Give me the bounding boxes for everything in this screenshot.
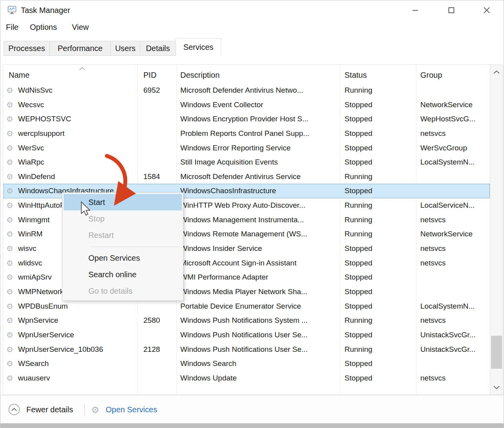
- service-status: Stopped: [345, 241, 372, 256]
- vertical-scrollbar[interactable]: [490, 65, 503, 395]
- service-description: Windows Push Notifications User Se...: [180, 328, 308, 342]
- service-status: Stopped: [345, 328, 372, 342]
- maximize-button[interactable]: [442, 2, 461, 18]
- service-row[interactable]: ⚙WecsvcWindows Event CollectorStoppedNet…: [4, 98, 490, 112]
- service-group: LocalServiceN...: [420, 198, 475, 213]
- tab-services[interactable]: Services: [176, 38, 221, 56]
- service-row[interactable]: ⚙wuauservWindows UpdateStoppednetsvcs: [4, 371, 490, 386]
- service-icon: ⚙: [6, 213, 13, 227]
- scrollbar-thumb[interactable]: [491, 336, 502, 369]
- service-description: WindowsChaosInfrastructure: [180, 184, 276, 198]
- service-status: Stopped: [345, 141, 372, 155]
- service-description: WMI Performance Adapter: [180, 270, 268, 285]
- service-description: Windows Update: [180, 371, 237, 386]
- service-status: Stopped: [345, 112, 372, 126]
- context-menu-restart: Restart: [62, 227, 183, 243]
- service-name: WpnUserService_10b036: [18, 342, 103, 357]
- service-group: netsvcs: [420, 126, 445, 141]
- column-header-pid[interactable]: PID: [143, 65, 156, 83]
- menu-file[interactable]: File: [6, 23, 18, 32]
- service-group: WepHostSvcG...: [420, 112, 475, 126]
- column-header-description[interactable]: Description: [180, 65, 220, 83]
- service-row[interactable]: ⚙WpnUserService_10b0362128Windows Push N…: [4, 342, 490, 357]
- open-services-link[interactable]: Open Services: [106, 395, 157, 424]
- menu-view[interactable]: View: [72, 23, 89, 32]
- context-menu-search-online[interactable]: Search online: [62, 266, 183, 283]
- service-icon: ⚙: [6, 256, 13, 271]
- table-header: Name PID Description Status Group: [3, 65, 490, 83]
- service-group: LocalSystemN...: [420, 155, 475, 170]
- service-icon: ⚙: [6, 198, 13, 213]
- service-row[interactable]: ⚙WPDBusEnumPortable Device Enumerator Se…: [4, 299, 490, 314]
- task-manager-icon: [7, 5, 17, 15]
- context-menu-go-to-details: Go to details: [62, 283, 183, 299]
- service-icon: ⚙: [6, 313, 13, 328]
- tab-details[interactable]: Details: [140, 41, 176, 56]
- menu-bar: File Options View: [0, 22, 504, 36]
- service-name: WdNisSvc: [18, 83, 53, 98]
- service-description: Still Image Acquisition Events: [180, 155, 278, 170]
- column-header-name[interactable]: Name: [9, 65, 29, 83]
- service-icon: ⚙: [6, 357, 13, 371]
- scroll-up-button[interactable]: [490, 65, 503, 79]
- sort-ascending-icon: [78, 66, 86, 71]
- service-row[interactable]: ⚙WdNisSvc6952Microsoft Defender Antiviru…: [4, 83, 490, 98]
- service-group: netsvcs: [420, 256, 445, 271]
- service-group: netsvcs: [420, 313, 445, 328]
- service-row[interactable]: ⚙WpnUserServiceWindows Push Notification…: [4, 328, 490, 342]
- service-row[interactable]: ⚙WiaRpcStill Image Acquisition EventsSto…: [4, 155, 490, 170]
- column-header-status[interactable]: Status: [345, 65, 367, 83]
- service-description: Windows Management Instrumenta...: [180, 213, 304, 227]
- column-header-group[interactable]: Group: [420, 65, 442, 83]
- service-description: Windows Push Notifications User Se...: [180, 342, 308, 357]
- tab-processes[interactable]: Processes: [4, 41, 50, 56]
- service-status: Stopped: [345, 357, 372, 371]
- service-status: Running: [345, 313, 372, 328]
- service-pid: 2580: [143, 313, 160, 328]
- service-name: WinRM: [18, 227, 42, 241]
- context-menu: Start Stop Restart Open Services Search …: [62, 192, 183, 301]
- close-button[interactable]: [477, 2, 496, 18]
- service-icon: ⚙: [6, 270, 13, 285]
- service-icon: ⚙: [6, 98, 13, 112]
- service-description: WinHTTP Web Proxy Auto-Discover...: [180, 198, 305, 213]
- chevron-up-icon: [493, 70, 500, 74]
- service-row[interactable]: ⚙wercplsupportProblem Reports Control Pa…: [4, 126, 490, 141]
- service-status: Running: [345, 170, 372, 184]
- service-row[interactable]: ⚙WerSvcWindows Error Reporting ServiceSt…: [4, 141, 490, 155]
- minimize-button[interactable]: [406, 2, 425, 18]
- service-pid: 6952: [143, 83, 160, 98]
- collapse-circle-icon: [8, 403, 20, 416]
- menu-options[interactable]: Options: [30, 23, 57, 32]
- service-row[interactable]: ⚙WinDefend1584Microsoft Defender Antivir…: [4, 170, 490, 184]
- service-status: Stopped: [345, 270, 372, 285]
- scroll-down-button[interactable]: [490, 380, 503, 395]
- service-icon: ⚙: [6, 299, 13, 314]
- service-status: Stopped: [345, 285, 372, 299]
- service-description: Microsoft Account Sign-in Assistant: [180, 256, 297, 271]
- service-description: Problem Reports Control Panel Supp...: [180, 126, 309, 141]
- service-icon: ⚙: [6, 285, 13, 299]
- service-description: Windows Search: [180, 357, 236, 371]
- service-group: netsvcs: [420, 213, 445, 227]
- service-row[interactable]: ⚙WSearchWindows SearchStopped: [4, 357, 490, 371]
- service-group: UnistackSvcGr...: [420, 328, 475, 342]
- context-menu-open-services[interactable]: Open Services: [62, 250, 183, 266]
- context-menu-start[interactable]: Start: [64, 194, 182, 210]
- status-bar-divider: [84, 404, 85, 416]
- tab-users[interactable]: Users: [110, 41, 140, 56]
- tab-performance[interactable]: Performance: [49, 41, 111, 56]
- service-status: Stopped: [345, 98, 372, 112]
- service-group: netsvcs: [420, 371, 445, 386]
- service-row[interactable]: ⚙WEPHOSTSVCWindows Encryption Provider H…: [4, 112, 490, 126]
- service-status: Running: [345, 342, 372, 357]
- service-name: wmiApSrv: [18, 270, 52, 285]
- service-row[interactable]: ⚙WpnService2580Windows Push Notification…: [4, 313, 490, 328]
- service-name: wisvc: [18, 241, 36, 256]
- service-status: Running: [345, 198, 372, 213]
- service-status: Stopped: [345, 184, 372, 198]
- service-description: Microsoft Defender Antivirus Netwo...: [180, 83, 303, 98]
- service-name: Winmgmt: [18, 213, 49, 227]
- fewer-details-button[interactable]: Fewer details: [26, 395, 73, 424]
- close-icon: [483, 6, 491, 14]
